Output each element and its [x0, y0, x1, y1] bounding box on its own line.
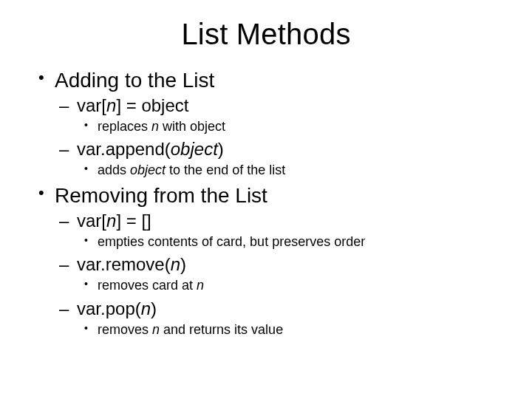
section-heading: Removing from the List [55, 184, 267, 207]
desc-list: removes n and returns its value [77, 321, 497, 338]
code-text: ) [180, 254, 186, 274]
code-text-ital: n [106, 95, 116, 115]
slide: List Methods Adding to the List var[n] =… [0, 0, 532, 399]
code-text-ital: object [171, 139, 218, 159]
desc-text-ital: n [197, 278, 204, 293]
desc-text: replaces [98, 119, 151, 134]
desc-item: adds object to the end of the list [77, 162, 497, 179]
code-text: var.append( [77, 139, 171, 159]
desc-text: and returns its value [160, 322, 283, 337]
desc-text: with object [159, 119, 225, 134]
code-text: var[ [77, 95, 106, 115]
bullet-list: Adding to the List var[n] = object repla… [35, 67, 497, 338]
method-item: var[n] = [] empties contents of card, bu… [55, 210, 497, 250]
method-item: var.pop(n) removes n and returns its val… [55, 298, 497, 338]
section-heading: Adding to the List [55, 69, 214, 92]
code-text: var.remove( [77, 254, 171, 274]
code-text-ital: n [141, 299, 151, 318]
code-text: ] = object [116, 95, 188, 115]
desc-item: replaces n with object [77, 118, 497, 135]
slide-title: List Methods [35, 18, 497, 51]
desc-item: removes card at n [77, 277, 497, 294]
desc-text: to the end of the list [166, 163, 285, 177]
code-text-ital: n [171, 254, 180, 274]
desc-text-ital: n [151, 119, 159, 134]
code-text-ital: n [106, 211, 116, 231]
method-item: var.remove(n) removes card at n [55, 253, 497, 294]
desc-list: empties contents of card, but preserves … [77, 233, 497, 250]
code-text: var[ [77, 211, 106, 231]
desc-text-ital: n [152, 322, 160, 337]
desc-text: removes [98, 322, 152, 337]
sublist: var[n] = object replaces n with object v… [55, 95, 497, 180]
section-removing: Removing from the List var[n] = [] empti… [35, 183, 497, 338]
desc-text-ital: object [130, 163, 166, 177]
desc-list: removes card at n [77, 277, 497, 294]
sublist: var[n] = [] empties contents of card, bu… [55, 210, 497, 338]
desc-list: replaces n with object [77, 118, 497, 135]
desc-item: empties contents of card, but preserves … [77, 233, 497, 250]
desc-list: adds object to the end of the list [77, 162, 497, 179]
desc-item: removes n and returns its value [77, 321, 497, 338]
section-adding: Adding to the List var[n] = object repla… [35, 67, 497, 180]
method-item: var.append(object) adds object to the en… [55, 138, 497, 179]
code-text: var.pop( [77, 299, 141, 318]
method-item: var[n] = object replaces n with object [55, 95, 497, 135]
desc-text: removes card at [98, 278, 197, 293]
code-text: ) [218, 139, 224, 159]
desc-text: empties contents of card, but preserves … [98, 234, 365, 249]
desc-text: adds [98, 163, 130, 177]
code-text: ) [151, 299, 157, 318]
code-text: ] = [] [116, 211, 151, 231]
